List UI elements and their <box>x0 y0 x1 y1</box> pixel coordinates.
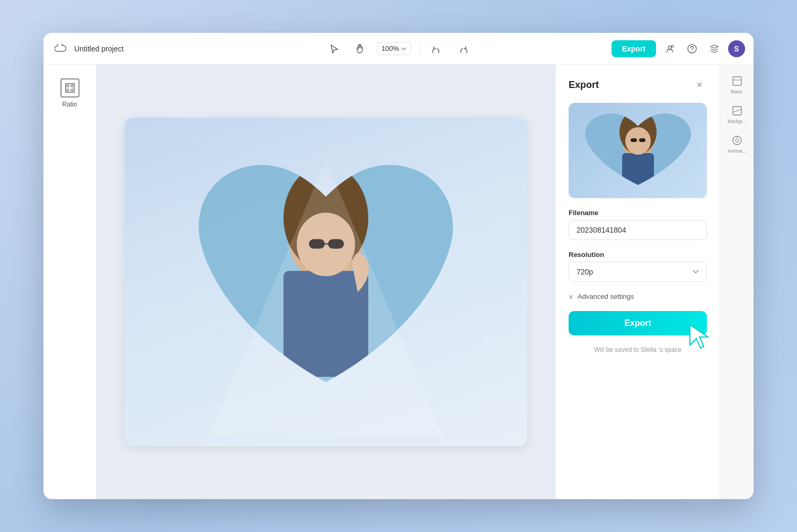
resolution-select[interactable]: 720p 1080p 4K <box>569 262 707 282</box>
avatar[interactable]: S <box>728 40 745 57</box>
ratio-tool[interactable]: Ratio <box>51 73 88 113</box>
undo-button[interactable] <box>429 40 446 57</box>
advanced-settings[interactable]: ∨ Advanced settings <box>569 292 707 300</box>
resolution-field-group: Resolution 720p 1080p 4K <box>569 251 707 282</box>
app-window: Untitled project 100% <box>43 33 754 499</box>
zoom-control[interactable]: 100% <box>377 42 411 55</box>
advanced-settings-label: Advanced settings <box>578 292 634 300</box>
cloud-icon[interactable] <box>52 40 69 57</box>
sidebar-item-basic[interactable]: Basic <box>722 71 752 99</box>
canvas-frame <box>125 118 527 446</box>
sidebar-item-animation[interactable]: Animat... <box>722 130 752 158</box>
resolution-wrapper: 720p 1080p 4K <box>569 262 707 282</box>
svg-rect-4 <box>66 84 74 92</box>
export-panel: Export × <box>555 65 720 499</box>
resolution-label: Resolution <box>569 251 707 259</box>
sidebar-label-animation: Animat... <box>728 148 747 154</box>
chevron-icon: ∨ <box>569 293 573 300</box>
svg-rect-24 <box>733 77 741 85</box>
svg-rect-14 <box>328 239 344 249</box>
svg-point-29 <box>736 139 739 142</box>
pointer-tool[interactable] <box>326 40 343 57</box>
layers-icon[interactable] <box>706 40 723 57</box>
sidebar-label-basic: Basic <box>731 89 742 94</box>
divider <box>420 42 420 55</box>
share-icon[interactable] <box>661 40 678 57</box>
preview-thumbnail <box>569 103 707 198</box>
sidebar-icons: Basic Backgr... Animat... <box>720 65 754 499</box>
project-title: Untitled project <box>74 45 123 53</box>
svg-rect-21 <box>631 138 637 142</box>
export-panel-title: Export <box>569 79 599 91</box>
help-icon[interactable] <box>684 40 701 57</box>
header-center: 100% <box>326 40 471 57</box>
left-panel: Ratio <box>43 65 96 499</box>
sidebar-item-background[interactable]: Backgr... <box>722 101 752 128</box>
svg-rect-18 <box>622 153 654 190</box>
filename-label: Filename <box>569 209 707 217</box>
header: Untitled project 100% <box>43 33 754 65</box>
svg-point-3 <box>692 50 693 51</box>
sidebar-label-background: Backgr... <box>728 119 746 124</box>
redo-button[interactable] <box>454 40 471 57</box>
svg-line-27 <box>733 109 741 112</box>
filename-field-group: Filename <box>569 209 707 240</box>
close-button[interactable]: × <box>692 77 707 92</box>
save-notice: Will be saved to Stella 's space <box>569 346 707 353</box>
canvas-area[interactable] <box>96 65 555 499</box>
header-right: Export <box>612 40 745 57</box>
svg-rect-22 <box>639 138 645 142</box>
export-header-button[interactable]: Export <box>612 40 656 57</box>
main-content: Ratio <box>43 65 754 499</box>
hand-tool[interactable] <box>351 40 368 57</box>
export-button-container: Export <box>569 311 707 335</box>
svg-rect-13 <box>309 239 325 249</box>
ratio-label: Ratio <box>62 101 77 108</box>
right-side: Export × <box>555 65 754 499</box>
export-action-button[interactable]: Export <box>569 311 707 335</box>
svg-rect-10 <box>284 271 368 377</box>
svg-point-20 <box>625 127 651 155</box>
export-panel-header: Export × <box>569 77 707 92</box>
filename-input[interactable] <box>569 220 707 240</box>
ratio-icon <box>60 78 79 97</box>
